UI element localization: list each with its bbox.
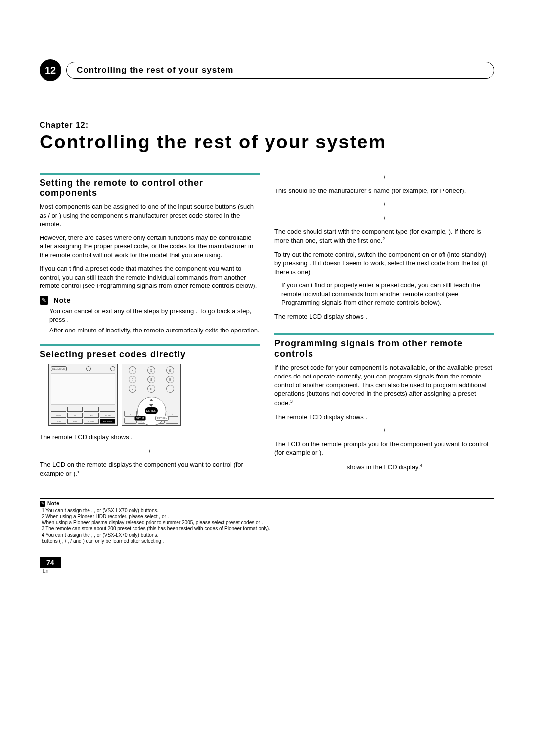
paragraph: The LCD on the remote prompts you for th…	[274, 440, 494, 457]
enter-button: ENTER	[145, 407, 158, 414]
num-ext2	[166, 385, 174, 393]
footnote-label: Note	[47, 501, 59, 506]
slash-line: /	[274, 426, 494, 435]
section-title-programming: Programming signals from other remote co…	[274, 338, 494, 359]
slash-line: /	[274, 173, 494, 182]
remote-btn-dvr1: DVR1	[51, 419, 66, 424]
footnote-ref-2: 2	[382, 236, 385, 241]
slash-line: /	[40, 447, 260, 456]
num-5: 5	[147, 366, 155, 374]
footnote-ref-3: 3	[290, 399, 293, 404]
running-title: Controlling the rest of your system	[66, 62, 494, 79]
remote-btn-tvctl: TV CTRL	[100, 413, 115, 418]
setup-button: SETUP	[134, 416, 146, 421]
page-lang: En	[43, 568, 494, 574]
chapter-label: Chapter 12:	[40, 121, 494, 130]
paragraph: This should be the manufacturer s name (…	[274, 187, 494, 195]
paragraph-text: The code should start with the component…	[274, 228, 481, 244]
paragraph: To try out the remote control, switch th…	[274, 250, 494, 277]
section-title-setting: Setting the remote to control other comp…	[40, 178, 260, 198]
chapter-number-circle: 12	[40, 59, 61, 81]
note-icon: ✎	[40, 501, 45, 507]
remote-left-panel: RECEIVER DVD TV BD TV CTRL DV	[48, 364, 118, 426]
remote-btn-bd: BD	[84, 413, 99, 418]
slash-line: /	[274, 214, 494, 223]
num-9: 9	[166, 376, 174, 383]
paragraph-text: If the preset code for your component is…	[274, 364, 492, 407]
num-7: 7	[129, 376, 136, 383]
chapter-title: Controlling the rest of your system	[40, 132, 494, 153]
section-rule	[40, 344, 260, 346]
note-label: Note	[53, 296, 71, 304]
return-button: RETURN	[155, 416, 169, 421]
remote-btn-tuner: TUNER	[84, 419, 99, 424]
num-8: 8	[147, 376, 155, 383]
remote-btn-tv: TV	[67, 413, 83, 418]
paragraph: shows in the LCD display.4	[274, 462, 494, 472]
footnote-2: 2 When using a Pioneer HDD recorder, ple…	[42, 514, 494, 520]
arrow-up-icon	[149, 399, 153, 401]
num-6: 6	[166, 366, 174, 374]
paragraph-text: shows in the LCD display.	[347, 463, 420, 471]
right-column: / This should be the manufacturer s name…	[274, 173, 494, 483]
note-item: After one minute of inactivity, the remo…	[49, 326, 260, 335]
footnote-ref-4: 4	[420, 463, 422, 468]
footnote-4a: 4 You can t assign the , , or (VSX-LX70 …	[42, 532, 494, 539]
arrow-down-icon	[149, 404, 153, 407]
power-icon	[110, 366, 115, 371]
footnote-1: 1 You can t assign the , , or (VSX-LX70 …	[42, 508, 494, 514]
lcd-area	[51, 373, 115, 405]
footnote-ref-1: 1	[77, 470, 80, 474]
paragraph: The remote LCD display shows .	[274, 312, 494, 321]
paragraph: If the preset code for your component is…	[274, 363, 494, 407]
paragraph-text: The LCD on the remote displays the compo…	[40, 461, 243, 477]
indented-paragraph: If you can t find or properly enter a pr…	[281, 281, 494, 307]
remote-figure: RECEIVER DVD TV BD TV CTRL DV	[48, 364, 260, 426]
note-icon: ✎	[40, 296, 48, 305]
section-rule	[274, 333, 494, 335]
page-number: 74 En	[40, 557, 494, 574]
paragraph: The LCD on the remote displays the compo…	[40, 460, 260, 478]
power-icon	[86, 366, 91, 371]
left-column: Setting the remote to control other comp…	[40, 173, 260, 483]
remote-btn-ipod: iPod	[67, 419, 83, 424]
slash-line: /	[274, 200, 494, 209]
remote-btn	[51, 407, 66, 412]
paragraph: However, there are cases where only cert…	[40, 234, 260, 260]
dpad: ENTER SETUP RETURN	[136, 396, 166, 410]
section-title-preset: Selecting preset codes directly	[40, 349, 260, 360]
remote-btn	[67, 407, 83, 412]
footnote-4b: buttons ( , / , / and ) can only be lear…	[42, 538, 494, 545]
num-0: 0	[147, 385, 155, 393]
remote-btn-receive: RECEIVE	[100, 419, 115, 424]
paragraph: The code should start with the component…	[274, 227, 494, 245]
paragraph: If you can t find a preset code that mat…	[40, 264, 260, 290]
paragraph: The remote LCD display shows .	[274, 413, 494, 422]
remote-btn-dvd: DVD	[51, 413, 66, 418]
note-block: ✎ Note You can cancel or exit any of the…	[40, 295, 260, 334]
note-item: You can cancel or exit any of the steps …	[49, 307, 260, 324]
page-number-box: 74	[40, 557, 61, 568]
num-ext: •	[129, 385, 136, 393]
remote-btn	[84, 407, 99, 412]
section-rule	[40, 173, 260, 175]
remote-right-panel: 4 5 6 7 8 9 • 0 ENTER	[122, 364, 181, 426]
footnote-2b: When using a Pioneer plasma display rele…	[42, 520, 494, 526]
receiver-label: RECEIVER	[51, 366, 67, 371]
num-4: 4	[129, 366, 136, 374]
footnotes: ✎ Note 1 You can t assign the , , or (VS…	[40, 498, 494, 545]
remote-btn	[100, 407, 115, 412]
paragraph: The remote LCD display shows .	[40, 433, 260, 442]
running-header: 12 Controlling the rest of your system	[40, 59, 494, 81]
footnote-3: 3 The remote can store about 200 preset …	[42, 526, 494, 532]
paragraph: Most components can be assigned to one o…	[40, 202, 260, 229]
